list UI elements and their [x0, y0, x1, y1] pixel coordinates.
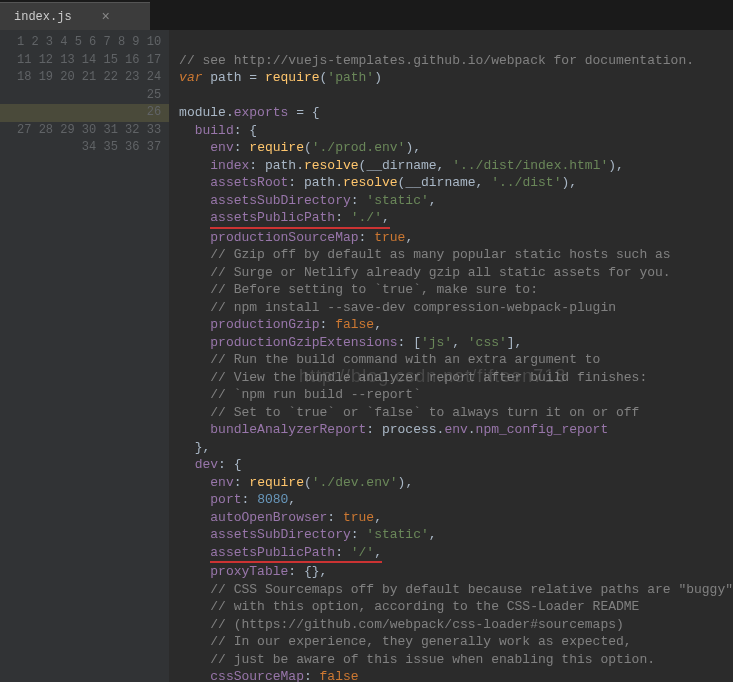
tab-indexjs[interactable]: index.js ×: [0, 2, 150, 30]
tab-title: index.js: [14, 10, 72, 24]
line-gutter: 1 2 3 4 5 6 7 8 9 10 11 12 13 14 15 16 1…: [0, 30, 169, 682]
editor: 1 2 3 4 5 6 7 8 9 10 11 12 13 14 15 16 1…: [0, 30, 733, 682]
code-area[interactable]: http://blog.csdn.net/fifteen718// see ht…: [169, 30, 733, 682]
highlighted-line: assetsPublicPath: './',: [210, 209, 389, 229]
tab-bar: index.js ×: [0, 0, 733, 30]
code-line: // see http://vuejs-templates.github.io/…: [179, 53, 694, 68]
close-icon[interactable]: ×: [102, 9, 110, 25]
highlighted-line: assetsPublicPath: '/',: [210, 544, 382, 564]
